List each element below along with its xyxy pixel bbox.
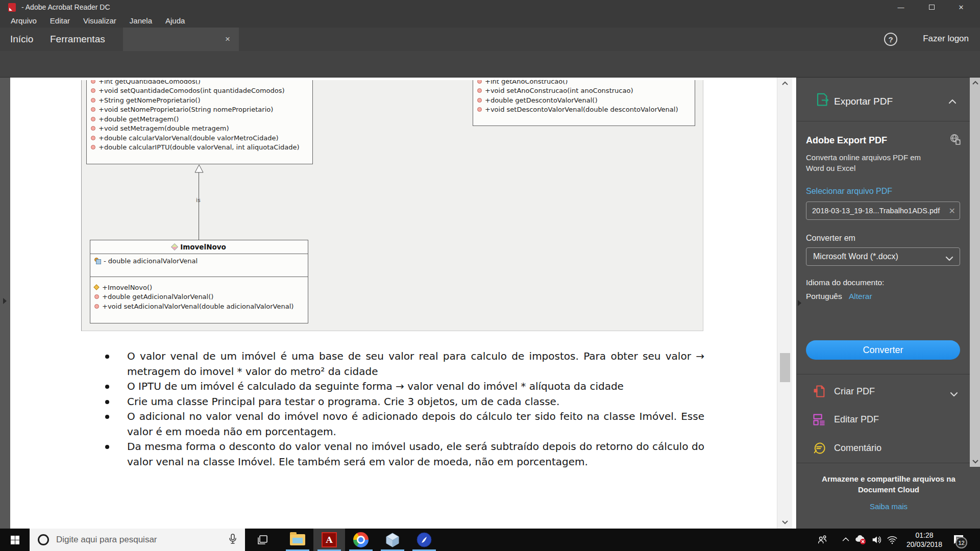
sidebar-scrollbar[interactable] — [970, 78, 980, 467]
help-icon[interactable]: ? — [884, 33, 897, 46]
scroll-down-icon[interactable] — [781, 518, 789, 525]
wifi-icon[interactable] — [886, 534, 897, 545]
menu-visualizar[interactable]: Visualizar — [77, 14, 123, 28]
uml-method-row: +void setAdicionalValorVenal(double adic… — [90, 302, 308, 311]
document-language-row: Português Alterar — [806, 292, 872, 301]
chevron-down-icon — [945, 254, 953, 259]
method-icon — [91, 98, 95, 103]
format-dropdown[interactable]: Microsoft Word (*.docx) — [806, 247, 960, 266]
method-text: +String getNomeProprietario() — [99, 96, 200, 104]
class-title: ImovelNovo — [180, 243, 226, 251]
constructor-icon — [93, 285, 99, 290]
method-icon — [477, 98, 482, 103]
uml-class-header: ImovelNovo — [90, 240, 308, 254]
method-text: +double calcularValorVenal(double valorM… — [99, 134, 278, 142]
scroll-up-icon[interactable] — [781, 80, 789, 87]
uml-method-row: +double getMetragem() — [87, 114, 312, 124]
start-button[interactable] — [0, 529, 30, 551]
divider — [797, 463, 970, 463]
scrollbar-thumb[interactable] — [780, 353, 790, 382]
nav-pane-expand-icon[interactable] — [3, 298, 7, 304]
nav-pane-strip[interactable] — [0, 78, 10, 529]
task-view-button[interactable] — [251, 532, 274, 547]
edit-pdf-row[interactable]: Editar PDF — [797, 408, 980, 433]
export-pdf-header[interactable]: Exportar PDF — [797, 78, 980, 121]
microphone-icon[interactable] — [228, 533, 238, 546]
cube-app-icon — [385, 532, 400, 547]
taskbar-blue-app[interactable] — [408, 529, 440, 551]
selected-file-name: 2018-03-13_19-18...Trabalho1ADS.pdf — [806, 207, 945, 215]
select-pdf-link[interactable]: Selecionar arquivo PDF — [806, 187, 892, 196]
acrobat-app-icon — [8, 3, 16, 12]
selected-file-field[interactable]: 2018-03-13_19-18...Trabalho1ADS.pdf ✕ — [806, 202, 960, 220]
comment-row[interactable]: Comentário — [797, 437, 980, 461]
menu-arquivo[interactable]: Arquivo — [4, 14, 43, 28]
chevron-down-icon[interactable] — [950, 390, 958, 395]
uml-attribute-row: - double adicionalValorVenal — [90, 256, 308, 266]
taskbar-search[interactable] — [30, 529, 245, 551]
create-pdf-icon — [812, 384, 826, 400]
uml-method-row: +void setDescontoValorVenal(double desco… — [473, 105, 695, 115]
method-icon — [477, 107, 482, 112]
export-pdf-title: Exportar PDF — [834, 96, 893, 107]
language-change-link[interactable]: Alterar — [849, 292, 872, 300]
uml-class-imovel: +int getQuantidadeComodos() +void setQua… — [86, 80, 313, 164]
uml-diagram-image: +int getQuantidadeComodos() +void setQua… — [81, 80, 703, 331]
title-bar: - Adobe Acrobat Reader DC — ✕ — [0, 0, 980, 14]
class-icon — [171, 243, 178, 251]
taskbar-chrome[interactable] — [345, 529, 377, 551]
export-description: Converta online arquivos PDF em Word ou … — [806, 152, 931, 173]
menu-editar[interactable]: Editar — [43, 14, 77, 28]
menu-janela[interactable]: Janela — [123, 14, 159, 28]
method-icon — [91, 107, 95, 112]
method-text: +void setDescontoValorVenal(double desco… — [485, 106, 678, 113]
uml-methods-section: +ImovelNovo() +double getAdicionalValorV… — [90, 277, 308, 311]
create-pdf-row[interactable]: Criar PDF — [797, 380, 980, 405]
uml-method-row: +double calcularIPTU(double valorVenal, … — [87, 143, 312, 153]
hidden-icons-chevron[interactable] — [840, 534, 851, 545]
method-text: +double calcularIPTU(double valorVenal, … — [99, 143, 300, 151]
login-button[interactable]: Fazer logon — [923, 34, 969, 44]
edit-pdf-label: Editar PDF — [834, 414, 879, 425]
tab-document[interactable]: × — [123, 28, 239, 51]
convert-button[interactable]: Converter — [806, 340, 960, 360]
document-cloud-text: Armazene e compartilhe arquivos na Docum… — [812, 473, 965, 495]
method-text: +int getQuantidadeComodos() — [99, 80, 201, 85]
learn-more-link[interactable]: Saiba mais — [797, 502, 980, 511]
sidebar-collapse-icon[interactable] — [798, 300, 801, 306]
clear-file-icon[interactable]: ✕ — [945, 206, 960, 216]
language-value: Português — [806, 292, 842, 300]
taskbar-clock[interactable]: 01:28 20/03/2018 — [901, 531, 948, 549]
maximize-button[interactable] — [919, 0, 944, 14]
onedrive-error-icon[interactable] — [854, 534, 866, 545]
taskbar-cube-app[interactable] — [377, 529, 408, 551]
bullet-item: Da mesma forma o desconto do valor venal… — [102, 439, 704, 469]
requirements-bullet-list: O valor venal de um imóvel é uma base de… — [102, 349, 704, 469]
notification-badge[interactable]: 12 — [955, 537, 967, 548]
cortana-icon[interactable] — [38, 534, 49, 545]
chevron-up-icon[interactable] — [948, 97, 957, 102]
taskbar-acrobat[interactable] — [313, 529, 345, 551]
search-input[interactable] — [49, 535, 228, 545]
volume-icon[interactable] — [871, 534, 882, 545]
scroll-up-icon[interactable] — [972, 80, 979, 87]
people-icon[interactable] — [817, 534, 828, 545]
comment-label: Comentário — [834, 443, 881, 454]
uml-method-row: +void setMetragem(double metragem) — [87, 124, 312, 134]
tab-ferramentas[interactable]: Ferramentas — [50, 28, 105, 51]
bullet-item: Crie uma classe Principal para testar o … — [102, 394, 704, 410]
menu-ajuda[interactable]: Ajuda — [159, 14, 191, 28]
uml-class-imovel-novo: ImovelNovo - double adicionalValorVenal … — [90, 240, 308, 323]
format-value: Microsoft Word (*.docx) — [806, 252, 945, 261]
tab-inicio[interactable]: Início — [10, 28, 33, 51]
minimize-button[interactable]: — — [888, 0, 914, 14]
bullet-item: O adicional no valor venal do imóvel nov… — [102, 409, 704, 439]
tab-close-icon[interactable]: × — [223, 34, 233, 44]
method-icon — [91, 117, 95, 121]
main-toolbar: / 4 133% — [0, 51, 980, 78]
document-scrollbar[interactable] — [777, 78, 792, 529]
scroll-down-icon[interactable] — [972, 458, 979, 465]
taskbar-file-explorer[interactable] — [282, 529, 313, 551]
close-button[interactable]: ✕ — [948, 0, 974, 14]
tab-bar: Início Ferramentas × ? Fazer logon — [0, 28, 980, 51]
